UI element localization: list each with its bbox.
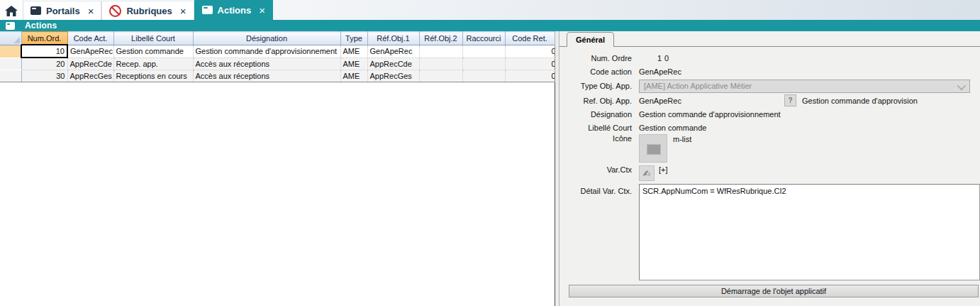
grid-column-header[interactable]: Réf.Obj.2 — [419, 32, 462, 45]
grid-cell[interactable]: 0 — [505, 70, 555, 82]
detail-panel: Général Num. Ordre 10 Code action GenApe… — [559, 31, 980, 306]
detail-var-ctx-textarea[interactable]: SCR.AppNumCom = WfResRubrique.CI2 — [639, 184, 980, 280]
main-area: Num.Ord.Code Act.Libellé CourtDésignatio… — [0, 31, 980, 306]
grid-column-header[interactable]: Réf.Obj.1 — [367, 32, 419, 45]
icone-value: m-list — [673, 135, 691, 143]
grid-column-header[interactable]: Libellé Court — [113, 32, 193, 45]
window-title: Actions — [25, 21, 57, 31]
window-titlebar: Actions — [0, 20, 980, 31]
home-button[interactable] — [0, 1, 23, 20]
type-obj-app-value: [AME] Action Applicative Métier — [644, 82, 752, 90]
edit-hand-icon[interactable]: ✍ — [639, 165, 655, 181]
icone-label: Icône — [564, 134, 632, 143]
code-action-value: GenApeRec — [639, 67, 681, 76]
ref-obj-app-description: Gestion commande d'approvision — [802, 97, 918, 105]
grid-column-header[interactable]: Num.Ord. — [21, 32, 67, 45]
grid-cell[interactable]: Gestion commande — [113, 45, 193, 58]
grid-cell[interactable] — [462, 70, 505, 82]
table-row: 30AppRecGesReceptions en coursAccès aux … — [0, 70, 555, 82]
grid-cell[interactable]: 0 — [505, 58, 555, 70]
icon-picker-button[interactable] — [639, 134, 667, 163]
tab-label: Rubriques — [126, 6, 172, 16]
field-ref-obj-app: Ref. Obj. App. GenApeRec ? Gestion comma… — [564, 94, 980, 107]
tab-label: Portails — [46, 6, 80, 16]
num-ordre-label: Num. Ordre — [564, 54, 632, 62]
general-form: Num. Ordre 10 Code action GenApeRec Type… — [559, 47, 980, 306]
grid-column-header[interactable]: Raccourci — [462, 32, 505, 45]
grid-column-header[interactable]: Désignation — [193, 32, 340, 45]
ref-obj-app-value: GenApeRec — [639, 97, 784, 105]
libelle-court-label: Libellé Court — [564, 124, 632, 132]
ref-obj-app-label: Ref. Obj. App. — [564, 97, 632, 105]
grid-cell[interactable]: 30 — [21, 70, 67, 82]
application-window: Portails × Rubriques × Actions × Actions — [0, 0, 980, 306]
field-code-action: Code action GenApeRec — [564, 65, 980, 78]
var-ctx-label: Var.Ctx — [564, 165, 632, 174]
grid-cell[interactable]: AME — [340, 58, 367, 70]
close-icon[interactable]: × — [259, 5, 265, 16]
grid-cell[interactable]: Gestion commande d'approvisionnement — [193, 45, 340, 58]
field-icone: Icône m-list — [564, 134, 980, 165]
grid-column-header[interactable]: Code Ret. — [505, 32, 555, 45]
grid-cell[interactable]: AppRecGes — [367, 70, 419, 82]
field-var-ctx: Var.Ctx ✍ [+] — [564, 165, 980, 181]
window-icon — [202, 6, 213, 14]
field-type-obj-app: Type Obj. App. [AME] Action Applicative … — [564, 78, 980, 94]
row-selector[interactable] — [0, 70, 21, 82]
grid-select-all-header[interactable] — [0, 32, 21, 45]
tab-bar: Portails × Rubriques × Actions × — [0, 0, 980, 20]
tab-general[interactable]: Général — [567, 32, 614, 47]
field-libelle-court: Libellé Court Gestion commande — [564, 121, 980, 134]
help-button[interactable]: ? — [784, 94, 796, 106]
grid-cell[interactable]: Accès aux réceptions — [193, 70, 340, 82]
libelle-court-value: Gestion commande — [639, 124, 706, 132]
grid-cell[interactable]: AppRecGes — [67, 70, 113, 82]
grid-column-header[interactable]: Type — [340, 32, 367, 45]
field-detail-var-ctx: Détail Var. Ctx. SCR.AppNumCom = WfResRu… — [564, 184, 980, 281]
window-icon — [6, 22, 15, 30]
designation-label: Désignation — [564, 110, 632, 119]
grid-cell[interactable] — [462, 45, 505, 58]
grid-cell[interactable]: AppRecCde — [367, 58, 419, 70]
grid-cell[interactable]: Recep. app. — [113, 58, 193, 70]
field-designation: Désignation Gestion commande d'approvisi… — [564, 107, 980, 121]
tab-actions[interactable]: Actions × — [194, 0, 273, 20]
grid-cell[interactable] — [419, 45, 462, 58]
grid-cell[interactable]: AppRecCde — [67, 58, 113, 70]
table-row: 20AppRecCdeRecep. app.Accès aux réceptio… — [0, 58, 555, 70]
grid-cell[interactable]: 0 — [505, 45, 555, 58]
field-num-ordre: Num. Ordre 10 — [564, 51, 980, 65]
grid-cell[interactable]: 20 — [21, 58, 67, 70]
row-selector[interactable] — [0, 45, 21, 58]
grid-cell[interactable]: Receptions en cours — [113, 70, 193, 82]
close-icon[interactable]: × — [88, 6, 94, 16]
grid-cell[interactable]: 10 — [21, 45, 67, 58]
grid-cell[interactable] — [462, 58, 505, 70]
code-action-label: Code action — [564, 67, 632, 76]
type-obj-app-select[interactable]: [AME] Action Applicative Métier — [639, 80, 970, 93]
close-icon[interactable]: × — [180, 6, 186, 16]
grid-cell[interactable]: Accès aux réceptions — [193, 58, 340, 70]
table-row: 10GenApeRecGestion commandeGestion comma… — [0, 45, 555, 58]
grid-cell[interactable] — [419, 58, 462, 70]
grid-column-header[interactable]: Code Act. — [67, 32, 113, 45]
panel-tab-strip: Général — [559, 31, 980, 47]
home-icon — [5, 6, 18, 16]
tab-rubriques[interactable]: Rubriques × — [101, 1, 194, 20]
num-ordre-value: 10 — [639, 54, 672, 62]
tab-label: Actions — [218, 5, 252, 16]
forbidden-icon — [109, 5, 121, 17]
designation-value: Gestion commande d'approvisionnement — [639, 110, 781, 119]
grid-header-row: Num.Ord.Code Act.Libellé CourtDésignatio… — [0, 32, 555, 45]
var-ctx-add-button[interactable]: [+] — [659, 165, 668, 174]
grid-cell[interactable]: GenApeRec — [367, 45, 419, 58]
start-applicative-object-button[interactable]: Démarrage de l'objet applicatif — [569, 285, 979, 297]
grid-cell[interactable] — [419, 70, 462, 82]
grid-cell[interactable]: AME — [340, 45, 367, 58]
tab-portails[interactable]: Portails × — [23, 1, 101, 20]
grid-cell[interactable]: GenApeRec — [67, 45, 113, 58]
type-obj-app-label: Type Obj. App. — [564, 82, 632, 90]
window-icon — [30, 6, 41, 15]
grid-cell[interactable]: AME — [340, 70, 367, 82]
row-selector[interactable] — [0, 58, 21, 70]
